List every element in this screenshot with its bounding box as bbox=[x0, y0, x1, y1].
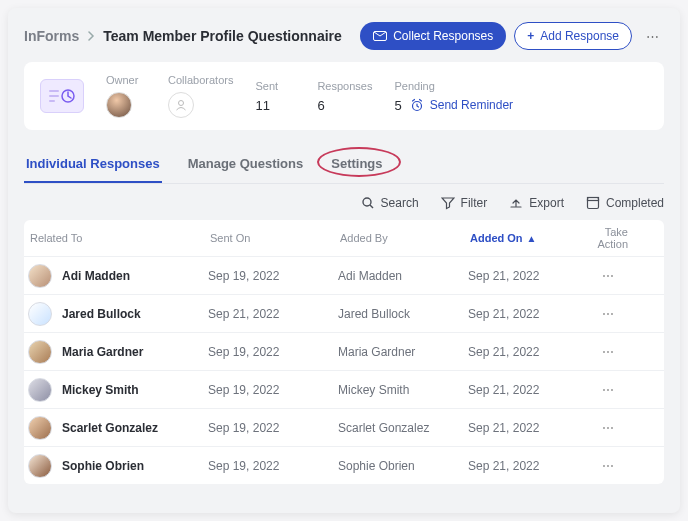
table-row[interactable]: Adi Madden Sep 19, 2022 Adi Madden Sep 2… bbox=[24, 256, 664, 294]
sent-label: Sent bbox=[255, 80, 278, 92]
cell-related-to: Jared Bullock bbox=[28, 302, 208, 326]
stat-collaborators: Collaborators bbox=[168, 74, 233, 118]
col-added-by[interactable]: Added By bbox=[338, 232, 468, 244]
cell-sent-on: Sep 19, 2022 bbox=[208, 421, 338, 435]
cell-added-by: Sophie Obrien bbox=[338, 459, 468, 473]
list-toolbar: Search Filter Export Completed bbox=[24, 196, 664, 210]
col-take-action: Take Action bbox=[578, 226, 638, 250]
owner-label: Owner bbox=[106, 74, 138, 86]
cell-added-on: Sep 21, 2022 bbox=[468, 307, 578, 321]
row-action-button[interactable]: ⋯ bbox=[578, 421, 638, 435]
completed-tool[interactable]: Completed bbox=[586, 196, 664, 210]
ellipsis-icon: ⋯ bbox=[602, 269, 614, 283]
avatar bbox=[28, 378, 52, 402]
col-related-to[interactable]: Related To bbox=[28, 232, 208, 244]
ellipsis-icon: ⋯ bbox=[602, 307, 614, 321]
svg-rect-2 bbox=[49, 95, 59, 97]
respondent-name: Adi Madden bbox=[62, 269, 130, 283]
responses-label: Responses bbox=[317, 80, 372, 92]
stat-responses: Responses 6 bbox=[317, 80, 372, 113]
export-tool[interactable]: Export bbox=[509, 196, 564, 210]
cell-added-by: Mickey Smith bbox=[338, 383, 468, 397]
table-row[interactable]: Scarlet Gonzalez Sep 19, 2022 Scarlet Go… bbox=[24, 408, 664, 446]
cell-added-on: Sep 21, 2022 bbox=[468, 269, 578, 283]
responses-table: Related To Sent On Added By Added On ▲ T… bbox=[24, 220, 664, 484]
respondent-name: Mickey Smith bbox=[62, 383, 139, 397]
avatar bbox=[28, 454, 52, 478]
add-collaborator-button[interactable] bbox=[168, 92, 194, 118]
sort-asc-icon: ▲ bbox=[527, 233, 537, 244]
avatar bbox=[28, 416, 52, 440]
cell-sent-on: Sep 19, 2022 bbox=[208, 459, 338, 473]
row-action-button[interactable]: ⋯ bbox=[578, 307, 638, 321]
svg-rect-8 bbox=[587, 198, 598, 209]
table-row[interactable]: Mickey Smith Sep 19, 2022 Mickey Smith S… bbox=[24, 370, 664, 408]
breadcrumb-root[interactable]: InForms bbox=[24, 28, 79, 44]
svg-point-5 bbox=[179, 101, 184, 106]
tab-individual-responses[interactable]: Individual Responses bbox=[24, 148, 162, 183]
collaborators-label: Collaborators bbox=[168, 74, 233, 86]
stat-owner: Owner bbox=[106, 74, 146, 118]
pending-row: 5 Send Reminder bbox=[394, 98, 513, 113]
respondent-name: Sophie Obrien bbox=[62, 459, 144, 473]
table-row[interactable]: Jared Bullock Sep 21, 2022 Jared Bullock… bbox=[24, 294, 664, 332]
row-action-button[interactable]: ⋯ bbox=[578, 459, 638, 473]
cell-sent-on: Sep 21, 2022 bbox=[208, 307, 338, 321]
cell-related-to: Sophie Obrien bbox=[28, 454, 208, 478]
add-response-label: Add Response bbox=[540, 29, 619, 43]
tab-settings-label: Settings bbox=[331, 156, 382, 171]
envelope-icon bbox=[373, 31, 387, 41]
respondent-name: Scarlet Gonzalez bbox=[62, 421, 158, 435]
col-added-on-label: Added On bbox=[470, 232, 523, 244]
app-frame: InForms Team Member Profile Questionnair… bbox=[8, 8, 680, 513]
search-icon bbox=[361, 196, 375, 210]
cell-added-on: Sep 21, 2022 bbox=[468, 345, 578, 359]
cell-related-to: Maria Gardner bbox=[28, 340, 208, 364]
page-title: Team Member Profile Questionnaire bbox=[103, 28, 342, 44]
ellipsis-icon: ⋯ bbox=[602, 345, 614, 359]
completed-label: Completed bbox=[606, 196, 664, 210]
breadcrumb: InForms Team Member Profile Questionnair… bbox=[24, 28, 342, 44]
collect-responses-label: Collect Responses bbox=[393, 29, 493, 43]
table-row[interactable]: Sophie Obrien Sep 19, 2022 Sophie Obrien… bbox=[24, 446, 664, 484]
cell-added-on: Sep 21, 2022 bbox=[468, 421, 578, 435]
filter-tool[interactable]: Filter bbox=[441, 196, 488, 210]
topbar: InForms Team Member Profile Questionnair… bbox=[24, 22, 664, 50]
send-reminder-label: Send Reminder bbox=[430, 98, 513, 112]
owner-avatar[interactable] bbox=[106, 92, 132, 118]
svg-rect-3 bbox=[49, 100, 55, 102]
cell-added-by: Jared Bullock bbox=[338, 307, 468, 321]
row-action-button[interactable]: ⋯ bbox=[578, 383, 638, 397]
cell-added-on: Sep 21, 2022 bbox=[468, 383, 578, 397]
cell-sent-on: Sep 19, 2022 bbox=[208, 383, 338, 397]
send-reminder-link[interactable]: Send Reminder bbox=[410, 98, 513, 112]
ellipsis-icon: ⋯ bbox=[602, 383, 614, 397]
tab-manage-questions[interactable]: Manage Questions bbox=[186, 148, 306, 183]
ellipsis-icon: ⋯ bbox=[602, 459, 614, 473]
stat-pending: Pending 5 Send Reminder bbox=[394, 80, 513, 113]
svg-point-7 bbox=[363, 198, 371, 206]
export-label: Export bbox=[529, 196, 564, 210]
col-sent-on[interactable]: Sent On bbox=[208, 232, 338, 244]
row-action-button[interactable]: ⋯ bbox=[578, 345, 638, 359]
stats-card: Owner Collaborators Sent 11 Responses 6 … bbox=[24, 62, 664, 130]
person-icon bbox=[174, 98, 188, 112]
stat-sent: Sent 11 bbox=[255, 80, 295, 113]
alarm-icon bbox=[410, 98, 424, 112]
collect-responses-button[interactable]: Collect Responses bbox=[360, 22, 506, 50]
cell-added-by: Scarlet Gonzalez bbox=[338, 421, 468, 435]
ellipsis-icon: ⋯ bbox=[602, 421, 614, 435]
add-response-button[interactable]: + Add Response bbox=[514, 22, 632, 50]
cell-added-by: Adi Madden bbox=[338, 269, 468, 283]
col-added-on[interactable]: Added On ▲ bbox=[468, 232, 578, 244]
table-row[interactable]: Maria Gardner Sep 19, 2022 Maria Gardner… bbox=[24, 332, 664, 370]
more-menu-button[interactable]: ⋯ bbox=[640, 24, 664, 48]
row-action-button[interactable]: ⋯ bbox=[578, 269, 638, 283]
pending-label: Pending bbox=[394, 80, 434, 92]
chevron-right-icon bbox=[87, 28, 95, 44]
top-actions: Collect Responses + Add Response ⋯ bbox=[360, 22, 664, 50]
tab-settings[interactable]: Settings bbox=[329, 148, 384, 183]
cell-related-to: Mickey Smith bbox=[28, 378, 208, 402]
cell-added-by: Maria Gardner bbox=[338, 345, 468, 359]
search-tool[interactable]: Search bbox=[361, 196, 419, 210]
